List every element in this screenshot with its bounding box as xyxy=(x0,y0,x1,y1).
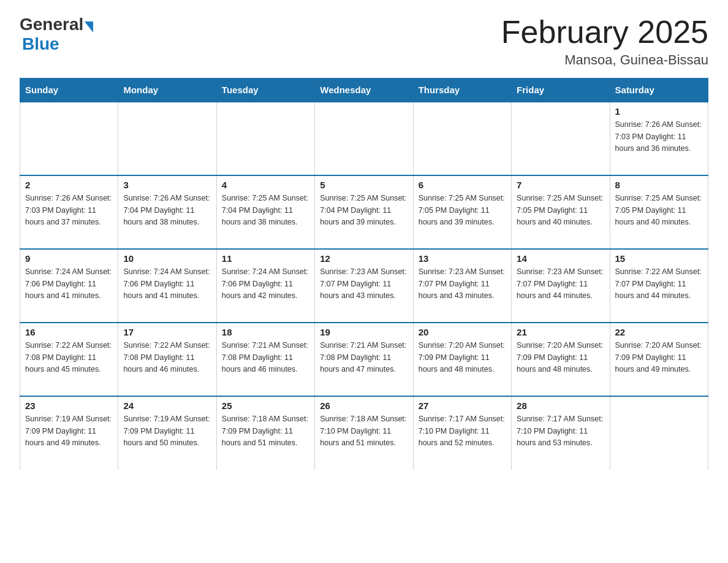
calendar-body: 1Sunrise: 7:26 AM Sunset: 7:03 PM Daylig… xyxy=(20,102,708,470)
day-info: Sunrise: 7:23 AM Sunset: 7:07 PM Dayligh… xyxy=(320,266,408,302)
calendar-day-cell xyxy=(315,102,413,175)
calendar-table: Sunday Monday Tuesday Wednesday Thursday… xyxy=(20,78,708,470)
day-info: Sunrise: 7:26 AM Sunset: 7:03 PM Dayligh… xyxy=(615,119,703,155)
day-info: Sunrise: 7:25 AM Sunset: 7:05 PM Dayligh… xyxy=(517,193,604,228)
day-info: Sunrise: 7:19 AM Sunset: 7:09 PM Dayligh… xyxy=(123,413,211,449)
day-number: 21 xyxy=(517,327,604,337)
day-info: Sunrise: 7:20 AM Sunset: 7:09 PM Dayligh… xyxy=(517,340,604,375)
day-number: 24 xyxy=(123,400,211,411)
day-info: Sunrise: 7:18 AM Sunset: 7:10 PM Dayligh… xyxy=(320,413,408,449)
day-info: Sunrise: 7:21 AM Sunset: 7:08 PM Dayligh… xyxy=(320,340,408,375)
day-info: Sunrise: 7:24 AM Sunset: 7:06 PM Dayligh… xyxy=(123,266,211,302)
calendar-day-cell: 7Sunrise: 7:25 AM Sunset: 7:05 PM Daylig… xyxy=(512,175,610,249)
day-number: 1 xyxy=(615,106,703,117)
calendar-day-cell xyxy=(512,102,610,175)
day-number: 13 xyxy=(419,253,506,264)
day-number: 20 xyxy=(419,327,506,337)
day-info: Sunrise: 7:25 AM Sunset: 7:04 PM Dayligh… xyxy=(222,193,309,228)
calendar-day-cell: 25Sunrise: 7:18 AM Sunset: 7:09 PM Dayli… xyxy=(216,396,314,470)
calendar-day-cell: 6Sunrise: 7:25 AM Sunset: 7:05 PM Daylig… xyxy=(413,175,511,249)
day-number: 8 xyxy=(615,180,703,190)
calendar-day-cell: 11Sunrise: 7:24 AM Sunset: 7:06 PM Dayli… xyxy=(216,249,314,323)
calendar-title: February 2025 xyxy=(501,15,708,50)
calendar-day-cell: 19Sunrise: 7:21 AM Sunset: 7:08 PM Dayli… xyxy=(315,323,413,396)
calendar-day-cell: 9Sunrise: 7:24 AM Sunset: 7:06 PM Daylig… xyxy=(20,249,118,323)
calendar-day-cell xyxy=(118,102,216,175)
day-number: 25 xyxy=(222,400,309,411)
day-number: 5 xyxy=(320,180,408,190)
calendar-day-cell: 8Sunrise: 7:25 AM Sunset: 7:05 PM Daylig… xyxy=(610,175,708,249)
day-info: Sunrise: 7:17 AM Sunset: 7:10 PM Dayligh… xyxy=(517,413,604,449)
day-number: 3 xyxy=(123,180,211,190)
calendar-day-cell: 1Sunrise: 7:26 AM Sunset: 7:03 PM Daylig… xyxy=(610,102,708,175)
day-number: 11 xyxy=(222,253,309,264)
calendar-day-cell: 21Sunrise: 7:20 AM Sunset: 7:09 PM Dayli… xyxy=(512,323,610,396)
day-info: Sunrise: 7:25 AM Sunset: 7:05 PM Dayligh… xyxy=(419,193,506,228)
day-number: 6 xyxy=(419,180,506,190)
calendar-week-row: 2Sunrise: 7:26 AM Sunset: 7:03 PM Daylig… xyxy=(20,175,708,249)
calendar-day-cell: 26Sunrise: 7:18 AM Sunset: 7:10 PM Dayli… xyxy=(315,396,413,470)
calendar-day-cell: 14Sunrise: 7:23 AM Sunset: 7:07 PM Dayli… xyxy=(512,249,610,323)
calendar-day-cell: 15Sunrise: 7:22 AM Sunset: 7:07 PM Dayli… xyxy=(610,249,708,323)
day-number: 14 xyxy=(517,253,604,264)
days-header-row: Sunday Monday Tuesday Wednesday Thursday… xyxy=(20,79,708,102)
logo-general-text: General xyxy=(20,15,83,34)
day-number: 15 xyxy=(615,253,703,264)
header-saturday: Saturday xyxy=(610,79,708,102)
day-info: Sunrise: 7:18 AM Sunset: 7:09 PM Dayligh… xyxy=(222,413,309,449)
header-thursday: Thursday xyxy=(413,79,511,102)
calendar-week-row: 1Sunrise: 7:26 AM Sunset: 7:03 PM Daylig… xyxy=(20,102,708,175)
day-number: 2 xyxy=(25,180,113,190)
day-info: Sunrise: 7:24 AM Sunset: 7:06 PM Dayligh… xyxy=(25,266,113,302)
day-info: Sunrise: 7:22 AM Sunset: 7:08 PM Dayligh… xyxy=(123,340,211,375)
day-info: Sunrise: 7:17 AM Sunset: 7:10 PM Dayligh… xyxy=(419,413,506,449)
header-friday: Friday xyxy=(512,79,610,102)
calendar-day-cell: 4Sunrise: 7:25 AM Sunset: 7:04 PM Daylig… xyxy=(216,175,314,249)
day-number: 19 xyxy=(320,327,408,337)
title-block: February 2025 Mansoa, Guinea-Bissau xyxy=(501,15,708,68)
calendar-day-cell: 28Sunrise: 7:17 AM Sunset: 7:10 PM Dayli… xyxy=(512,396,610,470)
calendar-header: Sunday Monday Tuesday Wednesday Thursday… xyxy=(20,79,708,102)
day-number: 22 xyxy=(615,327,703,337)
day-info: Sunrise: 7:22 AM Sunset: 7:08 PM Dayligh… xyxy=(25,340,113,375)
day-info: Sunrise: 7:23 AM Sunset: 7:07 PM Dayligh… xyxy=(419,266,506,302)
day-info: Sunrise: 7:25 AM Sunset: 7:05 PM Dayligh… xyxy=(615,193,703,228)
logo: General Blue xyxy=(20,15,94,54)
header-wednesday: Wednesday xyxy=(315,79,413,102)
day-number: 12 xyxy=(320,253,408,264)
calendar-day-cell xyxy=(20,102,118,175)
calendar-day-cell: 17Sunrise: 7:22 AM Sunset: 7:08 PM Dayli… xyxy=(118,323,216,396)
calendar-day-cell: 27Sunrise: 7:17 AM Sunset: 7:10 PM Dayli… xyxy=(413,396,511,470)
calendar-day-cell: 18Sunrise: 7:21 AM Sunset: 7:08 PM Dayli… xyxy=(216,323,314,396)
calendar-day-cell: 22Sunrise: 7:20 AM Sunset: 7:09 PM Dayli… xyxy=(610,323,708,396)
day-number: 16 xyxy=(25,327,113,337)
calendar-day-cell: 20Sunrise: 7:20 AM Sunset: 7:09 PM Dayli… xyxy=(413,323,511,396)
header-tuesday: Tuesday xyxy=(216,79,314,102)
day-info: Sunrise: 7:24 AM Sunset: 7:06 PM Dayligh… xyxy=(222,266,309,302)
day-number: 18 xyxy=(222,327,309,337)
day-number: 26 xyxy=(320,400,408,411)
day-number: 9 xyxy=(25,253,113,264)
day-number: 7 xyxy=(517,180,604,190)
day-info: Sunrise: 7:25 AM Sunset: 7:04 PM Dayligh… xyxy=(320,193,408,228)
day-number: 17 xyxy=(123,327,211,337)
calendar-day-cell: 16Sunrise: 7:22 AM Sunset: 7:08 PM Dayli… xyxy=(20,323,118,396)
logo-arrow-icon xyxy=(85,21,93,33)
calendar-day-cell: 10Sunrise: 7:24 AM Sunset: 7:06 PM Dayli… xyxy=(118,249,216,323)
page-header: General Blue February 2025 Mansoa, Guine… xyxy=(20,15,708,68)
day-info: Sunrise: 7:20 AM Sunset: 7:09 PM Dayligh… xyxy=(419,340,506,375)
calendar-day-cell xyxy=(413,102,511,175)
calendar-day-cell: 2Sunrise: 7:26 AM Sunset: 7:03 PM Daylig… xyxy=(20,175,118,249)
day-info: Sunrise: 7:23 AM Sunset: 7:07 PM Dayligh… xyxy=(517,266,604,302)
calendar-week-row: 16Sunrise: 7:22 AM Sunset: 7:08 PM Dayli… xyxy=(20,323,708,396)
day-info: Sunrise: 7:19 AM Sunset: 7:09 PM Dayligh… xyxy=(25,413,113,449)
calendar-day-cell xyxy=(216,102,314,175)
calendar-day-cell: 24Sunrise: 7:19 AM Sunset: 7:09 PM Dayli… xyxy=(118,396,216,470)
day-info: Sunrise: 7:20 AM Sunset: 7:09 PM Dayligh… xyxy=(615,340,703,375)
day-number: 27 xyxy=(419,400,506,411)
calendar-day-cell: 3Sunrise: 7:26 AM Sunset: 7:04 PM Daylig… xyxy=(118,175,216,249)
day-number: 23 xyxy=(25,400,113,411)
header-sunday: Sunday xyxy=(20,79,118,102)
calendar-day-cell: 23Sunrise: 7:19 AM Sunset: 7:09 PM Dayli… xyxy=(20,396,118,470)
logo-blue-text: Blue xyxy=(22,34,59,53)
